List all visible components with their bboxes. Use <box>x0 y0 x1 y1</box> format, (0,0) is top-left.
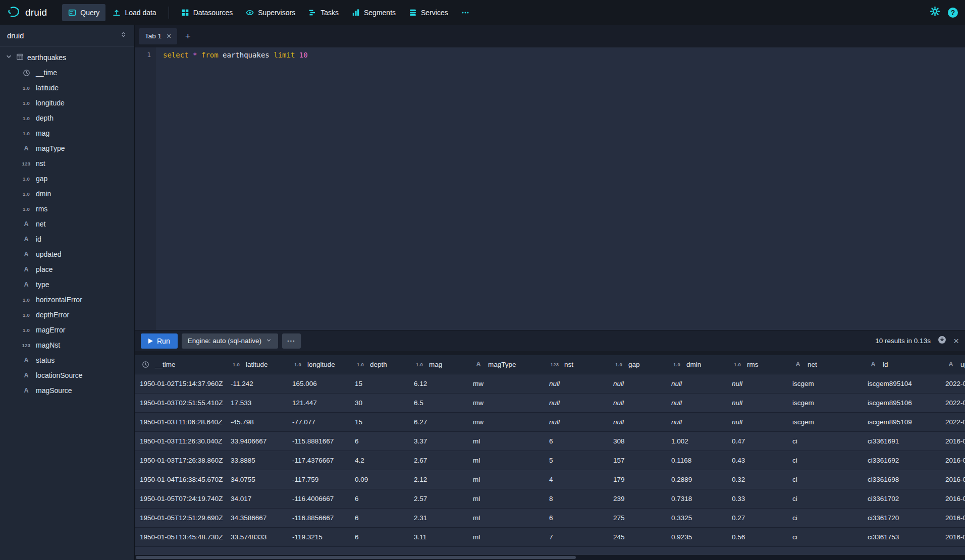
cell-dmin[interactable]: 1.002 <box>666 431 727 451</box>
cell-net[interactable]: ci <box>787 451 863 470</box>
cell-dmin[interactable]: 0.7318 <box>666 489 727 508</box>
druid-brand[interactable]: druid <box>7 6 47 19</box>
cell-__time[interactable]: 1950-01-04T16:38:45.670Z <box>135 470 226 489</box>
cell-nst[interactable]: 4 <box>544 470 608 489</box>
column-header-longitude[interactable]: 1.0longitude <box>287 355 350 374</box>
cell-depth[interactable]: 6 <box>350 489 409 508</box>
cell-net[interactable]: iscgem <box>787 393 863 412</box>
cell-longitude[interactable]: -77.077 <box>287 412 350 431</box>
cell-rms[interactable]: 0.47 <box>727 431 787 451</box>
column-item-depth[interactable]: 1.0depth <box>0 110 134 126</box>
nav-item-services[interactable]: Services <box>403 4 454 21</box>
cell-longitude[interactable]: -117.4376667 <box>287 451 350 470</box>
nav-item-datasources[interactable]: Datasources <box>175 4 239 21</box>
cell-gap[interactable]: null <box>608 412 666 431</box>
cell-updated[interactable]: 2016-0 <box>940 489 965 508</box>
cell-depth[interactable]: 30 <box>350 393 409 412</box>
cell-nst[interactable]: 6 <box>544 508 608 527</box>
cell-updated[interactable]: 2016-0 <box>940 508 965 527</box>
column-header-dmin[interactable]: 1.0dmin <box>666 355 727 374</box>
cell-nst[interactable]: 8 <box>544 489 608 508</box>
column-item-depthError[interactable]: 1.0depthError <box>0 307 134 322</box>
cell-magType[interactable]: ml <box>468 431 544 451</box>
cell-updated[interactable]: 2016-0 <box>940 470 965 489</box>
column-item-longitude[interactable]: 1.0longitude <box>0 95 134 110</box>
cell-longitude[interactable]: -119.3215 <box>287 527 350 546</box>
tab-1[interactable]: Tab 1 × <box>139 28 177 44</box>
cell-net[interactable]: ci <box>787 431 863 451</box>
cell-longitude[interactable]: -117.759 <box>287 470 350 489</box>
engine-select-button[interactable]: Engine: auto (sql-native) <box>182 333 278 349</box>
cell-rms[interactable]: null <box>727 412 787 431</box>
column-item-gap[interactable]: 1.0gap <box>0 171 134 186</box>
cell-dmin[interactable]: null <box>666 412 727 431</box>
cell-id[interactable]: iscgem895104 <box>863 374 940 393</box>
cell-net[interactable]: iscgem <box>787 412 863 431</box>
nav-item-supervisors[interactable]: Supervisors <box>240 4 301 21</box>
cell-mag[interactable]: 3.11 <box>409 527 468 546</box>
run-button[interactable]: Run <box>141 333 178 349</box>
add-tab-button[interactable]: + <box>180 29 195 44</box>
cell-latitude[interactable]: 33.8885 <box>226 451 287 470</box>
cell-gap[interactable]: 157 <box>608 451 666 470</box>
cell-latitude[interactable]: 33.9406667 <box>226 431 287 451</box>
cell-updated[interactable]: 2016-0 <box>940 527 965 546</box>
cell-magType[interactable]: ml <box>468 527 544 546</box>
nav-item-more[interactable] <box>455 4 475 21</box>
cell-magType[interactable]: mw <box>468 374 544 393</box>
sql-editor[interactable]: 1 select * from earthquakes limit 10 <box>135 47 965 330</box>
cell-longitude[interactable]: -116.4006667 <box>287 489 350 508</box>
cell-mag[interactable]: 6.5 <box>409 393 468 412</box>
cell-latitude[interactable]: -45.798 <box>226 412 287 431</box>
column-header-latitude[interactable]: 1.0latitude <box>226 355 287 374</box>
cell-nst[interactable]: null <box>544 393 608 412</box>
cell-gap[interactable]: null <box>608 374 666 393</box>
nav-item-load-data[interactable]: Load data <box>106 4 162 21</box>
cell-net[interactable]: ci <box>787 508 863 527</box>
cell-depth[interactable]: 0.09 <box>350 470 409 489</box>
column-item-mag[interactable]: 1.0mag <box>0 126 134 141</box>
cell-mag[interactable]: 6.12 <box>409 374 468 393</box>
nav-item-tasks[interactable]: Tasks <box>302 4 345 21</box>
cell-gap[interactable]: 239 <box>608 489 666 508</box>
column-item-__time[interactable]: __time <box>0 65 134 80</box>
tab-close-icon[interactable]: × <box>167 32 171 40</box>
column-item-rms[interactable]: 1.0rms <box>0 201 134 216</box>
column-header-rms[interactable]: 1.0rms <box>727 355 787 374</box>
cell-__time[interactable]: 1950-01-03T02:51:55.410Z <box>135 393 226 412</box>
column-item-magNst[interactable]: 123magNst <box>0 338 134 353</box>
cell-id[interactable]: ci3361698 <box>863 470 940 489</box>
column-header-nst[interactable]: 123nst <box>544 355 608 374</box>
cell-__time[interactable]: 1950-01-02T15:14:37.960Z <box>135 374 226 393</box>
help-button[interactable]: ? <box>948 8 958 18</box>
cell-rms[interactable]: 0.56 <box>727 527 787 546</box>
cell-mag[interactable]: 2.31 <box>409 508 468 527</box>
column-item-place[interactable]: Aplace <box>0 262 134 277</box>
cell-magType[interactable]: ml <box>468 489 544 508</box>
cell-longitude[interactable]: -116.8856667 <box>287 508 350 527</box>
cell-__time[interactable]: 1950-01-03T11:26:30.040Z <box>135 431 226 451</box>
cell-id[interactable]: iscgem895106 <box>863 393 940 412</box>
cell-id[interactable]: ci3361753 <box>863 527 940 546</box>
cell-magType[interactable]: mw <box>468 412 544 431</box>
column-item-locationSource[interactable]: AlocationSource <box>0 368 134 383</box>
cell-__time[interactable]: 1950-01-03T17:26:38.860Z <box>135 451 226 470</box>
cell-latitude[interactable]: 34.3586667 <box>226 508 287 527</box>
cell-dmin[interactable]: 0.3325 <box>666 508 727 527</box>
cell-rms[interactable]: null <box>727 393 787 412</box>
cell-depth[interactable]: 6 <box>350 431 409 451</box>
cell-gap[interactable]: null <box>608 393 666 412</box>
cell-rms[interactable]: 0.33 <box>727 489 787 508</box>
cell-id[interactable]: iscgem895109 <box>863 412 940 431</box>
horizontal-scrollbar-thumb[interactable] <box>136 556 576 559</box>
datasource-node[interactable]: earthquakes <box>0 50 134 65</box>
cell-depth[interactable]: 15 <box>350 374 409 393</box>
column-item-magError[interactable]: 1.0magError <box>0 322 134 338</box>
cell-dmin[interactable]: 0.2889 <box>666 470 727 489</box>
cell-updated[interactable]: 2016-0 <box>940 431 965 451</box>
cell-mag[interactable]: 2.12 <box>409 470 468 489</box>
column-header-id[interactable]: Aid <box>863 355 940 374</box>
cell-rms[interactable]: 0.27 <box>727 508 787 527</box>
cell-nst[interactable]: null <box>544 412 608 431</box>
cell-__time[interactable]: 1950-01-05T13:45:48.730Z <box>135 527 226 546</box>
